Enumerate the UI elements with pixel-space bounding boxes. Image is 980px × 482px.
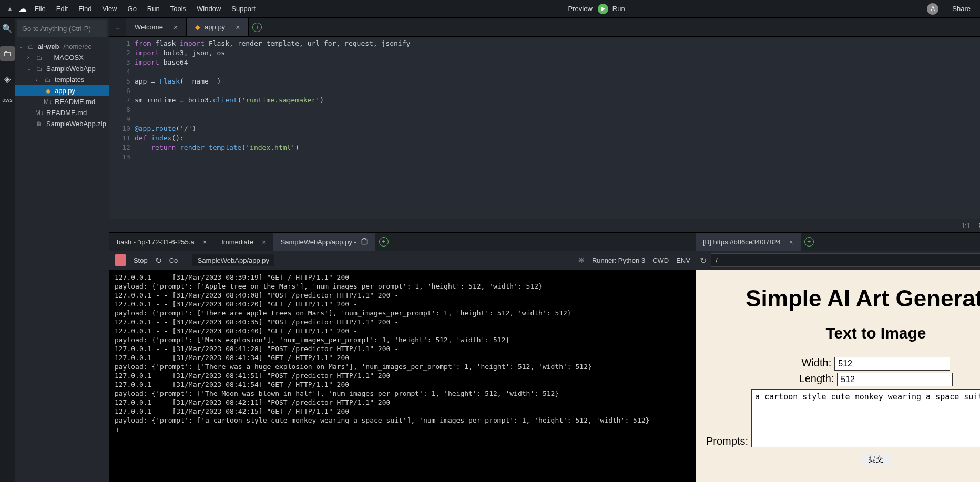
browser-tab-label: [B] https://b86ce340f7824 [703, 238, 781, 246]
preview-button[interactable]: Preview [563, 5, 598, 13]
browser-content: Simple AI Art Generator Text to Image Wi… [696, 270, 980, 482]
cursor-position[interactable]: 1:1 [962, 222, 971, 230]
new-browser-tab-button[interactable]: + [801, 233, 818, 251]
bug-icon[interactable] [578, 256, 585, 264]
tree-item-samplewebapp[interactable]: ⌄🗀SampleWebApp [15, 63, 109, 74]
close-icon[interactable]: × [789, 238, 793, 246]
url-input[interactable] [711, 253, 980, 267]
close-icon[interactable]: × [203, 238, 207, 246]
terminal-tab[interactable]: Immediate× [214, 233, 273, 251]
run-button[interactable]: Run [598, 4, 625, 14]
prompts-textarea[interactable]: a cartoon style cute monkey wearing a sp… [751, 389, 980, 447]
activity-bar: 🔍 🗀 ◈ aws [0, 18, 15, 482]
code-content[interactable]: from flask import Flask, render_template… [135, 37, 980, 219]
command-label: Co [169, 257, 185, 264]
play-icon [598, 4, 608, 14]
tree-item-readme-md[interactable]: M↓README.md [15, 96, 109, 107]
close-icon[interactable]: × [262, 238, 266, 246]
close-icon[interactable]: × [236, 23, 240, 32]
tree-item-samplewebapp-zip[interactable]: 🗎SampleWebApp.zip [15, 118, 109, 129]
editor-tabbar: ≡ Welcome×◆app.py× + [109, 18, 980, 37]
cwd-label[interactable]: CWD [652, 257, 669, 264]
width-input[interactable] [834, 357, 950, 371]
command-path[interactable]: SampleWebApp/app.py [192, 254, 274, 266]
menu-run[interactable]: Run [142, 5, 165, 13]
terminal-tab[interactable]: SampleWebApp/app.py - [273, 233, 375, 251]
editor-tab-app-py[interactable]: ◆app.py× [187, 18, 249, 36]
close-icon[interactable]: × [173, 23, 178, 32]
stop-button[interactable] [115, 254, 126, 266]
tree-item-app-py[interactable]: ◆app.py [15, 85, 109, 96]
search-icon[interactable]: 🔍 [0, 21, 15, 36]
submit-button[interactable]: 提交 [861, 453, 891, 466]
page-title: Simple AI Art Generator [706, 285, 980, 312]
env-label[interactable]: ENV [676, 257, 690, 264]
terminal-tab[interactable]: bash - "ip-172-31-6-255.a× [109, 233, 214, 251]
top-menubar: ▲ ☁ FileEditFindViewGoRunToolsWindowSupp… [0, 0, 980, 18]
source-control-icon[interactable]: ◈ [0, 71, 15, 86]
avatar[interactable]: A [927, 3, 938, 15]
menu-window[interactable]: Window [191, 5, 226, 13]
tree-item-readme-md[interactable]: M↓README.md [15, 107, 109, 118]
browser-tab[interactable]: [B] https://b86ce340f7824 × [696, 233, 801, 251]
environment-icon[interactable]: 🗀 [0, 46, 15, 61]
collapse-icon[interactable]: ▲ [4, 6, 16, 12]
width-label: Width: [802, 357, 832, 368]
refresh-icon[interactable] [155, 255, 162, 265]
menu-find[interactable]: Find [73, 5, 97, 13]
page-subtitle: Text to Image [706, 324, 980, 342]
menu-go[interactable]: Go [122, 5, 142, 13]
menu-support[interactable]: Support [226, 5, 261, 13]
aws-icon[interactable]: aws [2, 97, 13, 103]
browser-panel: [B] https://b86ce340f7824 × + ❐ × Browse… [696, 233, 980, 482]
prompts-label: Prompts: [706, 435, 748, 447]
hamburger-icon[interactable]: ≡ [109, 18, 126, 36]
menu-file[interactable]: File [29, 5, 51, 13]
terminal-output[interactable]: 127.0.0.1 - - [31/Mar/2023 08:39:19] "GE… [109, 270, 696, 482]
editor-statusbar: 1:1 Python Spaces: 4 [109, 219, 980, 232]
runner-toolbar: Stop Co SampleWebApp/app.py Runner: Pyth… [109, 251, 696, 270]
cloud9-logo-icon[interactable]: ☁ [17, 3, 28, 15]
stop-label: Stop [134, 257, 148, 264]
goto-anything-input[interactable]: Go to Anything (Ctrl-P) [17, 20, 107, 37]
tree-root[interactable]: ⌄🗀ai-web - /home/ec [15, 41, 109, 52]
length-label: Length: [799, 373, 834, 384]
length-input[interactable] [837, 373, 953, 386]
file-explorer: Go to Anything (Ctrl-P) ⌄🗀ai-web - /home… [15, 18, 109, 482]
browser-refresh-icon[interactable] [700, 255, 707, 265]
terminal-panel: bash - "ip-172-31-6-255.a×Immediate×Samp… [109, 233, 696, 482]
tree-item-__macosx[interactable]: ›🗀__MACOSX [15, 52, 109, 63]
tree-item-templates[interactable]: ›🗀templates [15, 74, 109, 85]
new-tab-button[interactable]: + [249, 18, 266, 36]
new-terminal-tab-button[interactable]: + [375, 233, 392, 251]
editor-tab-welcome[interactable]: Welcome× [126, 18, 187, 36]
menu-view[interactable]: View [97, 5, 122, 13]
menu-tools[interactable]: Tools [165, 5, 191, 13]
menu-edit[interactable]: Edit [51, 5, 73, 13]
code-editor[interactable]: 12345678910111213 from flask import Flas… [109, 37, 980, 219]
share-button[interactable]: Share [947, 5, 976, 13]
run-label: Run [612, 5, 625, 13]
runner-label[interactable]: Runner: Python 3 [592, 257, 645, 264]
